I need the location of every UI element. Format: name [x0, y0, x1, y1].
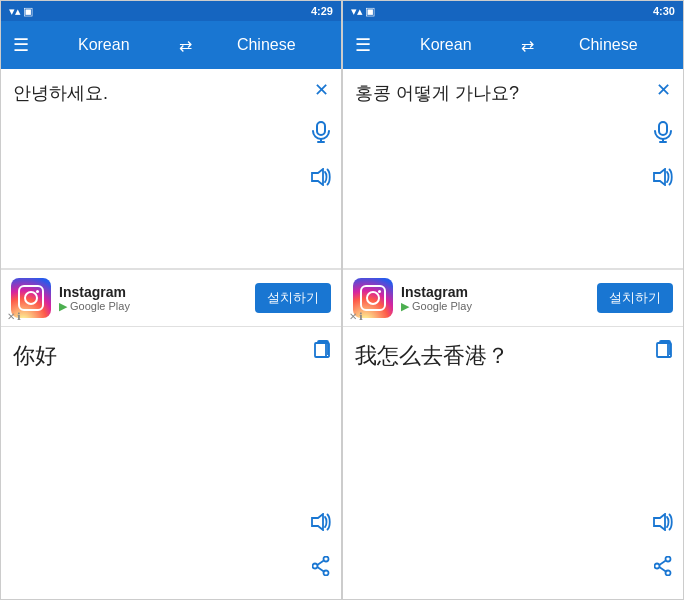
output-bottom-actions-1 — [309, 511, 333, 583]
source-lang-1[interactable]: Korean — [41, 36, 167, 54]
svg-rect-12 — [659, 122, 667, 135]
close-icon-1[interactable]: ✕ — [312, 77, 331, 103]
menu-icon-2[interactable]: ☰ — [355, 34, 371, 56]
svg-line-23 — [659, 567, 666, 571]
instagram-dot-2 — [378, 290, 381, 293]
input-text-1[interactable]: 안녕하세요. — [13, 81, 301, 106]
top-bar-2: ☰ Korean ⇄ Chinese — [343, 21, 683, 69]
output-bottom-actions-2 — [651, 511, 675, 583]
ad-subtitle-1: ▶ Google Play — [59, 300, 255, 313]
input-area-2: 홍콩 어떻게 가나요? ✕ — [343, 69, 683, 269]
svg-point-21 — [666, 571, 671, 576]
play-icon-1: ▶ — [59, 300, 67, 313]
info-icon-2[interactable]: ℹ — [359, 311, 363, 322]
svg-point-8 — [313, 564, 318, 569]
ad-subtitle-2: ▶ Google Play — [401, 300, 597, 313]
svg-marker-6 — [312, 514, 323, 530]
svg-point-19 — [666, 557, 671, 562]
instagram-dot-1 — [36, 290, 39, 293]
ad-close-2[interactable]: ✕ ℹ — [349, 311, 363, 322]
install-btn-1[interactable]: 설치하기 — [255, 283, 331, 313]
phone-2: ▾▴ ▣ 4:30 ☰ Korean ⇄ Chinese 홍콩 어떻게 가나요?… — [342, 0, 684, 600]
input-text-2[interactable]: 홍콩 어떻게 가나요? — [355, 81, 643, 106]
battery-icon-2: ▣ — [365, 5, 375, 18]
status-bar-1: ▾▴ ▣ 4:29 — [1, 1, 341, 21]
ad-title-2: Instagram — [401, 284, 597, 300]
svg-rect-0 — [317, 122, 325, 135]
ad-banner-2: Instagram ▶ Google Play 설치하기 ✕ ℹ — [343, 269, 683, 327]
ad-info-2: Instagram ▶ Google Play — [401, 284, 597, 313]
menu-icon-1[interactable]: ☰ — [13, 34, 29, 56]
copy-icon-1[interactable] — [311, 337, 333, 366]
time-2: 4:30 — [653, 5, 675, 17]
store-name-1: Google Play — [70, 300, 130, 312]
mic-icon-1[interactable] — [310, 119, 332, 150]
output-actions-1 — [311, 337, 333, 366]
instagram-logo-2 — [360, 285, 386, 311]
status-bar-2: ▾▴ ▣ 4:30 — [343, 1, 683, 21]
ad-info-1: Instagram ▶ Google Play — [59, 284, 255, 313]
target-lang-2[interactable]: Chinese — [546, 36, 672, 54]
svg-point-7 — [324, 557, 329, 562]
svg-line-11 — [317, 567, 324, 571]
close-icon-2[interactable]: ✕ — [654, 77, 673, 103]
mic-icon-2[interactable] — [652, 119, 674, 150]
phone-1: ▾▴ ▣ 4:29 ☰ Korean ⇄ Chinese 안녕하세요. ✕ — [0, 0, 342, 600]
share-icon-1[interactable] — [310, 554, 332, 583]
status-icons-1: ▾▴ ▣ — [9, 5, 33, 18]
volume-icon-1[interactable] — [309, 166, 333, 193]
share-icon-2[interactable] — [652, 554, 674, 583]
svg-rect-5 — [315, 343, 326, 357]
swap-icon-2[interactable]: ⇄ — [521, 36, 534, 55]
swap-icon-1[interactable]: ⇄ — [179, 36, 192, 55]
copy-icon-2[interactable] — [653, 337, 675, 366]
svg-marker-18 — [654, 514, 665, 530]
source-lang-2[interactable]: Korean — [383, 36, 509, 54]
svg-point-9 — [324, 571, 329, 576]
top-bar-1: ☰ Korean ⇄ Chinese — [1, 21, 341, 69]
status-icons-2: ▾▴ ▣ — [351, 5, 375, 18]
battery-icon: ▣ — [23, 5, 33, 18]
install-btn-2[interactable]: 설치하기 — [597, 283, 673, 313]
input-actions-2: ✕ — [651, 77, 675, 193]
svg-marker-15 — [654, 169, 665, 185]
target-lang-1[interactable]: Chinese — [204, 36, 330, 54]
svg-point-20 — [655, 564, 660, 569]
signal-icon-2: ▾▴ — [351, 5, 363, 18]
ad-close-1[interactable]: ✕ ℹ — [7, 311, 21, 322]
time-1: 4:29 — [311, 5, 333, 17]
svg-rect-17 — [657, 343, 668, 357]
volume-icon-2[interactable] — [651, 166, 675, 193]
output-area-1: 你好 — [1, 327, 341, 599]
input-actions-1: ✕ — [309, 77, 333, 193]
ad-title-1: Instagram — [59, 284, 255, 300]
volume-out-icon-2[interactable] — [651, 511, 675, 538]
output-text-1: 你好 — [13, 341, 299, 372]
signal-icon: ▾▴ — [9, 5, 21, 18]
output-actions-2 — [653, 337, 675, 366]
svg-line-22 — [659, 561, 666, 565]
volume-out-icon-1[interactable] — [309, 511, 333, 538]
instagram-logo-1 — [18, 285, 44, 311]
svg-marker-3 — [312, 169, 323, 185]
input-area-1: 안녕하세요. ✕ — [1, 69, 341, 269]
close-ad-icon-2[interactable]: ✕ — [349, 311, 357, 322]
close-ad-icon-1[interactable]: ✕ — [7, 311, 15, 322]
play-icon-2: ▶ — [401, 300, 409, 313]
svg-line-10 — [317, 561, 324, 565]
ad-banner-1: Instagram ▶ Google Play 설치하기 ✕ ℹ — [1, 269, 341, 327]
info-icon-1[interactable]: ℹ — [17, 311, 21, 322]
output-text-2: 我怎么去香港？ — [355, 341, 641, 372]
output-area-2: 我怎么去香港？ — [343, 327, 683, 599]
store-name-2: Google Play — [412, 300, 472, 312]
